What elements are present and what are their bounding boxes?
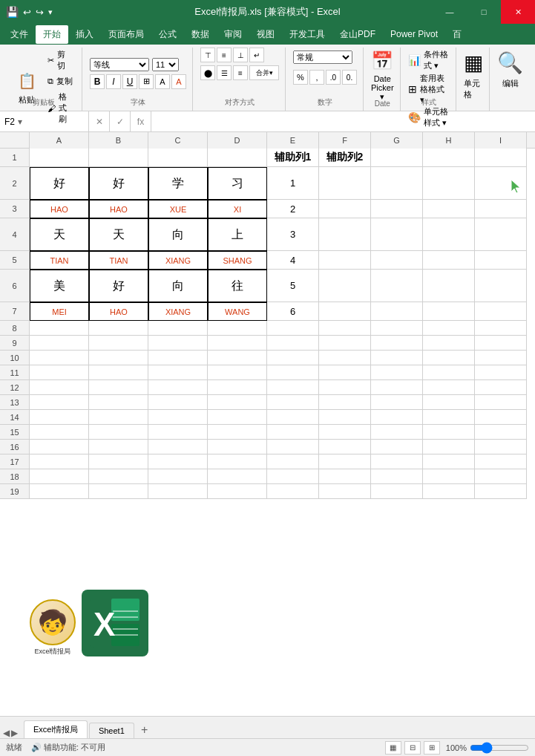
cell-i8[interactable] <box>475 321 527 336</box>
cell-h12[interactable] <box>423 380 475 395</box>
cell-f9[interactable] <box>319 336 371 351</box>
cell-c13[interactable] <box>148 395 208 410</box>
cell-f2[interactable] <box>319 167 371 200</box>
cell-e16[interactable] <box>267 440 319 454</box>
cell-d7[interactable]: WANG <box>208 302 267 321</box>
decrease-decimal-button[interactable]: 0. <box>342 70 357 85</box>
underline-button[interactable]: U <box>122 74 137 89</box>
cell-b2[interactable]: 好 <box>89 167 148 200</box>
cell-d19[interactable] <box>208 484 267 499</box>
col-header-i[interactable]: I <box>475 132 527 149</box>
save-icon[interactable]: 💾 <box>6 6 19 18</box>
cell-e18[interactable] <box>267 469 319 484</box>
col-header-d[interactable]: D <box>208 132 267 149</box>
undo-icon[interactable]: ↩ <box>23 7 31 18</box>
cell-c18[interactable] <box>148 469 208 484</box>
cell-i6[interactable] <box>475 270 527 302</box>
conditional-format-button[interactable]: 📊 条件格式 ▾ <box>408 49 450 71</box>
cell-a1[interactable] <box>30 149 89 167</box>
cell-i2[interactable] <box>475 167 527 200</box>
cell-g13[interactable] <box>371 395 423 410</box>
add-sheet-button[interactable]: + <box>136 722 154 738</box>
cell-g17[interactable] <box>371 454 423 469</box>
cell-g19[interactable] <box>371 484 423 499</box>
cell-button[interactable]: 单元格 <box>464 78 483 100</box>
row-header-12[interactable]: 12 <box>0 380 30 395</box>
cell-f13[interactable] <box>319 395 371 410</box>
cell-i5[interactable] <box>475 251 527 270</box>
cell-g16[interactable] <box>371 440 423 454</box>
cell-d15[interactable] <box>208 425 267 440</box>
cell-d4[interactable]: 上 <box>208 218 267 251</box>
cell-c7[interactable]: XIANG <box>148 302 208 321</box>
cell-b7[interactable]: HAO <box>89 302 148 321</box>
cell-d9[interactable] <box>208 336 267 351</box>
row-header-18[interactable]: 18 <box>0 469 30 484</box>
italic-button[interactable]: I <box>106 74 121 89</box>
cell-d11[interactable] <box>208 365 267 380</box>
wrap-text-button[interactable]: ↵ <box>249 48 264 62</box>
cell-c17[interactable] <box>148 454 208 469</box>
cell-c4[interactable]: 向 <box>148 218 208 251</box>
menu-pdf[interactable]: 金山PDF <box>332 25 383 44</box>
cell-b17[interactable] <box>89 454 148 469</box>
cell-h9[interactable] <box>423 336 475 351</box>
cell-a13[interactable] <box>30 395 89 410</box>
maximize-button[interactable]: □ <box>467 0 501 24</box>
cell-d14[interactable] <box>208 410 267 425</box>
increase-decimal-button[interactable]: .0 <box>326 70 341 85</box>
cell-d12[interactable] <box>208 380 267 395</box>
edit-button[interactable]: 编辑 <box>502 78 519 89</box>
row-header-15[interactable]: 15 <box>0 425 30 440</box>
cell-h3[interactable] <box>423 200 475 218</box>
cell-e19[interactable] <box>267 484 319 499</box>
cell-f5[interactable] <box>319 251 371 270</box>
cell-b3[interactable]: HAO <box>89 200 148 218</box>
cell-f19[interactable] <box>319 484 371 499</box>
cell-h8[interactable] <box>423 321 475 336</box>
menu-data[interactable]: 数据 <box>184 25 217 44</box>
cell-i19[interactable] <box>475 484 527 499</box>
font-color-button[interactable]: A <box>171 74 186 89</box>
menu-file[interactable]: 文件 <box>3 25 36 44</box>
row-header-13[interactable]: 13 <box>0 395 30 410</box>
cell-i3[interactable] <box>475 200 527 218</box>
cell-c16[interactable] <box>148 440 208 454</box>
align-center-button[interactable]: ☰ <box>217 65 232 80</box>
cell-f8[interactable] <box>319 321 371 336</box>
cell-d5[interactable]: SHANG <box>208 251 267 270</box>
cell-h15[interactable] <box>423 425 475 440</box>
cell-h6[interactable] <box>423 270 475 302</box>
cell-b14[interactable] <box>89 410 148 425</box>
cell-e13[interactable] <box>267 395 319 410</box>
cell-g1[interactable] <box>371 149 423 167</box>
cell-f11[interactable] <box>319 365 371 380</box>
cell-c11[interactable] <box>148 365 208 380</box>
cell-i4[interactable] <box>475 218 527 251</box>
cell-a7[interactable]: MEI <box>30 302 89 321</box>
cell-h5[interactable] <box>423 251 475 270</box>
cell-b18[interactable] <box>89 469 148 484</box>
cell-e17[interactable] <box>267 454 319 469</box>
page-layout-view-button[interactable]: ⊟ <box>404 741 421 755</box>
row-header-2[interactable]: 2 <box>0 167 30 200</box>
cell-d8[interactable] <box>208 321 267 336</box>
cell-h11[interactable] <box>423 365 475 380</box>
cell-e11[interactable] <box>267 365 319 380</box>
number-format-select[interactable]: 常规 <box>293 50 352 64</box>
cell-d18[interactable] <box>208 469 267 484</box>
row-header-4[interactable]: 4 <box>0 218 30 251</box>
cell-a17[interactable] <box>30 454 89 469</box>
cell-c1[interactable] <box>148 149 208 167</box>
cell-b16[interactable] <box>89 440 148 454</box>
cell-a18[interactable] <box>30 469 89 484</box>
col-header-f[interactable]: F <box>319 132 371 149</box>
row-header-16[interactable]: 16 <box>0 440 30 454</box>
col-header-g[interactable]: G <box>371 132 423 149</box>
cell-c5[interactable]: XIANG <box>148 251 208 270</box>
cell-a16[interactable] <box>30 440 89 454</box>
cell-b13[interactable] <box>89 395 148 410</box>
cell-i12[interactable] <box>475 380 527 395</box>
bold-button[interactable]: B <box>90 74 105 89</box>
cell-g6[interactable] <box>371 270 423 302</box>
